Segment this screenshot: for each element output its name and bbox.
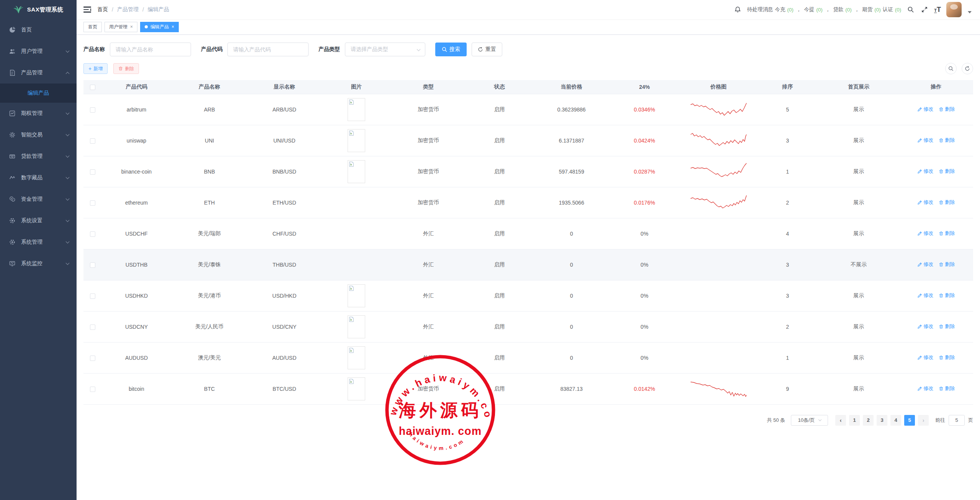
sidebar-item-funds[interactable]: 资金管理 bbox=[0, 189, 77, 210]
product-thumbnail[interactable] bbox=[348, 377, 365, 400]
product-thumbnail[interactable] bbox=[348, 98, 365, 121]
delete-button[interactable]: 删除 bbox=[113, 63, 139, 74]
edit-link[interactable]: 修改 bbox=[917, 292, 933, 299]
table-refresh-button[interactable] bbox=[962, 63, 973, 74]
delete-link[interactable]: 删除 bbox=[939, 323, 955, 330]
sidebar-item-monitor[interactable]: 系统监控 bbox=[0, 253, 77, 274]
msg-label-withdraw[interactable]: 今提 bbox=[804, 6, 814, 13]
edit-link[interactable]: 修改 bbox=[917, 230, 933, 237]
bell-icon[interactable] bbox=[733, 5, 742, 14]
edit-link[interactable]: 修改 bbox=[917, 137, 933, 144]
page-button-1[interactable]: 1 bbox=[849, 415, 860, 426]
row-checkbox[interactable] bbox=[90, 262, 95, 268]
product-thumbnail[interactable] bbox=[348, 160, 365, 183]
sidebar-item-options[interactable]: 期权管理 bbox=[0, 103, 77, 124]
sidebar-item-settings[interactable]: 系统设置 bbox=[0, 210, 77, 231]
select-all-checkbox[interactable] bbox=[90, 85, 95, 90]
page-button-3[interactable]: 3 bbox=[877, 415, 887, 426]
tabs-bar: 首页 用户管理 × 编辑产品 × bbox=[77, 19, 980, 35]
edit-link[interactable]: 修改 bbox=[917, 385, 933, 392]
smart-trade-icon bbox=[9, 132, 15, 138]
tab-close-icon[interactable]: × bbox=[172, 25, 174, 29]
product-type-select[interactable]: 请选择产品类型 bbox=[345, 43, 425, 56]
delete-link[interactable]: 删除 bbox=[939, 199, 955, 206]
delete-link[interactable]: 删除 bbox=[939, 292, 955, 299]
page-size-select[interactable]: 10条/页 bbox=[791, 415, 828, 426]
page-button-5-active[interactable]: 5 bbox=[904, 415, 915, 426]
delete-link[interactable]: 删除 bbox=[939, 106, 955, 113]
tab-close-icon[interactable]: × bbox=[130, 25, 133, 29]
row-checkbox[interactable] bbox=[90, 169, 95, 175]
cell-type: 加密货币 bbox=[392, 373, 465, 404]
tab-user-management[interactable]: 用户管理 × bbox=[105, 22, 137, 32]
product-thumbnail[interactable] bbox=[348, 346, 365, 369]
sidebar-item-smart-trade[interactable]: 智能交易 bbox=[0, 124, 77, 146]
sidebar-item-loans[interactable]: 贷款管理 bbox=[0, 146, 77, 167]
sidebar: SAX管理系统 首页 用户管理 产品管理 bbox=[0, 0, 77, 500]
cell-product-code: USDHKD bbox=[102, 280, 171, 311]
cell-product-code: USDCHF bbox=[102, 218, 171, 249]
font-size-icon[interactable]: TT bbox=[934, 6, 941, 13]
msg-label-kyc[interactable]: 认证 bbox=[883, 6, 893, 13]
search-icon[interactable] bbox=[906, 5, 915, 14]
sidebar-item-nft[interactable]: 数字藏品 bbox=[0, 167, 77, 189]
product-thumbnail[interactable] bbox=[348, 284, 365, 307]
product-thumbnail[interactable] bbox=[348, 315, 365, 338]
cell-product-name: 澳元/美元 bbox=[171, 342, 248, 373]
hamburger-icon[interactable] bbox=[83, 7, 91, 13]
product-name-input[interactable] bbox=[110, 43, 191, 56]
edit-link[interactable]: 修改 bbox=[917, 261, 933, 268]
prev-page-button[interactable]: ‹ bbox=[835, 415, 846, 426]
cell-home-show: 展示 bbox=[818, 342, 899, 373]
user-avatar[interactable] bbox=[946, 2, 962, 17]
edit-link[interactable]: 修改 bbox=[917, 323, 933, 330]
msg-label-futures[interactable]: 期货 bbox=[862, 6, 872, 13]
add-button[interactable]: + 新增 bbox=[83, 63, 108, 74]
product-thumbnail[interactable] bbox=[348, 129, 365, 152]
delete-link[interactable]: 删除 bbox=[939, 230, 955, 237]
search-button[interactable]: 搜索 bbox=[435, 43, 467, 56]
row-checkbox[interactable] bbox=[90, 356, 95, 361]
edit-link[interactable]: 修改 bbox=[917, 354, 933, 361]
delete-link[interactable]: 删除 bbox=[939, 168, 955, 175]
product-code-input[interactable] bbox=[227, 43, 309, 56]
page-button-2[interactable]: 2 bbox=[863, 415, 874, 426]
tab-edit-product[interactable]: 编辑产品 × bbox=[140, 22, 179, 32]
edit-link[interactable]: 修改 bbox=[917, 199, 933, 206]
row-checkbox[interactable] bbox=[90, 107, 95, 113]
delete-link[interactable]: 删除 bbox=[939, 137, 955, 144]
msg-label-deposit[interactable]: 今充 bbox=[775, 6, 785, 13]
row-checkbox[interactable] bbox=[90, 200, 95, 206]
sidebar-item-products[interactable]: 产品管理 bbox=[0, 62, 77, 84]
delete-link[interactable]: 删除 bbox=[939, 354, 955, 361]
delete-link[interactable]: 删除 bbox=[939, 385, 955, 392]
reset-button[interactable]: 重置 bbox=[472, 43, 502, 56]
next-page-button[interactable]: › bbox=[918, 415, 929, 426]
breadcrumb-home[interactable]: 首页 bbox=[97, 6, 108, 13]
cell-sort: 3 bbox=[757, 249, 818, 280]
tab-home[interactable]: 首页 bbox=[83, 22, 102, 32]
row-checkbox[interactable] bbox=[90, 293, 95, 299]
edit-link[interactable]: 修改 bbox=[917, 106, 933, 113]
cell-home-show: 展示 bbox=[818, 187, 899, 218]
edit-link[interactable]: 修改 bbox=[917, 168, 933, 175]
table-search-toggle-button[interactable] bbox=[945, 63, 957, 74]
row-checkbox[interactable] bbox=[90, 138, 95, 144]
cell-display-name: BNB/USD bbox=[248, 156, 321, 187]
fullscreen-icon[interactable] bbox=[920, 5, 929, 14]
sidebar-item-home[interactable]: 首页 bbox=[0, 19, 77, 41]
goto-page-input[interactable] bbox=[949, 415, 965, 426]
avatar-caret-icon[interactable] bbox=[968, 11, 972, 13]
row-checkbox[interactable] bbox=[90, 231, 95, 237]
sidebar-item-system[interactable]: 系统管理 bbox=[0, 231, 77, 253]
search-icon bbox=[948, 66, 954, 71]
row-checkbox[interactable] bbox=[90, 387, 95, 392]
msg-label-loan[interactable]: 贷款 bbox=[833, 6, 843, 13]
sidebar-item-users[interactable]: 用户管理 bbox=[0, 41, 77, 62]
delete-link[interactable]: 删除 bbox=[939, 261, 955, 268]
sidebar-subitem-edit-product[interactable]: 编辑产品 bbox=[0, 84, 77, 103]
row-checkbox[interactable] bbox=[90, 325, 95, 330]
breadcrumb-level1[interactable]: 产品管理 bbox=[117, 6, 139, 13]
page-button-4[interactable]: 4 bbox=[890, 415, 901, 426]
page-unit-label: 页 bbox=[968, 417, 973, 424]
